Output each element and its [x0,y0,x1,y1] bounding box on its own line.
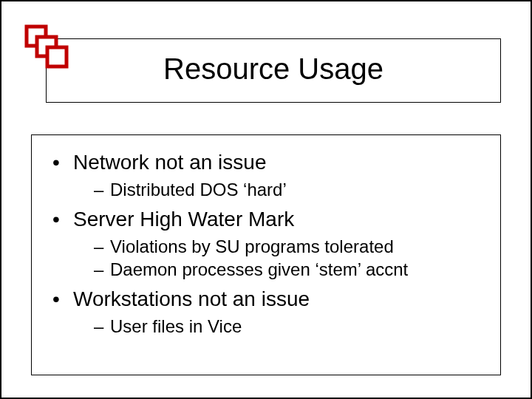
bullet-list: Network not an issue Distributed DOS ‘ha… [47,149,485,338]
sub-bullet-item: Violations by SU programs tolerated [94,235,485,258]
bullet-text: Network not an issue [73,151,266,174]
sub-bullet-item: Distributed DOS ‘hard’ [94,178,485,201]
sub-bullet-item: Daemon processes given ‘stem’ accnt [94,258,485,281]
sub-bullet-item: User files in Vice [94,315,485,338]
bullet-text: Server High Water Mark [73,208,294,231]
sub-bullet-list: Distributed DOS ‘hard’ [73,178,485,201]
bullet-text: Workstations not an issue [73,287,310,310]
bullet-item: Network not an issue Distributed DOS ‘ha… [52,149,485,201]
sub-bullet-list: User files in Vice [73,315,485,338]
svg-rect-2 [47,47,66,66]
bullet-item: Workstations not an issue User files in … [52,285,485,338]
sub-bullet-list: Violations by SU programs tolerated Daem… [73,235,485,281]
slide: Resource Usage Network not an issue Dist… [0,0,532,399]
body-box: Network not an issue Distributed DOS ‘ha… [31,134,501,375]
bullet-item: Server High Water Mark Violations by SU … [52,205,485,281]
overlapping-squares-icon [22,22,69,69]
title-box: Resource Usage [46,38,501,103]
slide-title: Resource Usage [54,52,493,86]
